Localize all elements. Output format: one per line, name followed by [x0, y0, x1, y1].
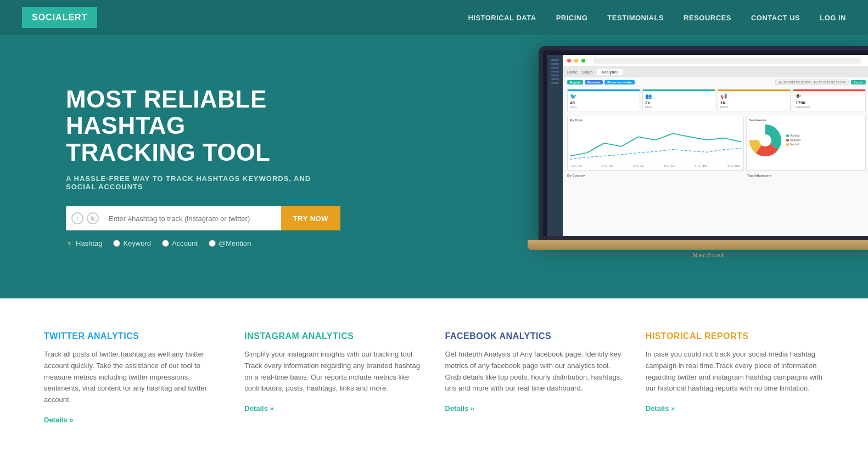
hero-title: MOST RELIABLE HASHTAG TRACKING TOOL	[66, 86, 340, 166]
dash-tab-analytics: Analytics	[597, 69, 623, 75]
export-btn-right: Export	[851, 80, 866, 84]
metric-impressions-label: Impressions	[796, 105, 863, 109]
feature-instagram-link[interactable]: Details »	[244, 404, 273, 413]
sidebar-item-4	[551, 71, 559, 72]
laptop-base	[528, 240, 868, 250]
svg-point-4	[754, 129, 776, 151]
feature-facebook-link[interactable]: Details »	[445, 404, 474, 413]
share-twitter-button: Share on twitter	[604, 80, 635, 84]
brand-logo[interactable]: SOCIALERT	[22, 7, 97, 28]
browser-close	[567, 59, 571, 63]
metric-users-label: Users	[645, 105, 713, 109]
users-icon: 👥	[645, 93, 713, 99]
bottom-row: By Country Top Influencers	[563, 174, 868, 177]
radio-group: Hashtag Keyword Account @Mention	[66, 239, 340, 247]
sidebar-item-2	[551, 63, 559, 65]
twitter-icon: 🐦	[570, 93, 637, 99]
export-button: Export	[567, 80, 583, 84]
sidebar-item-7	[551, 82, 559, 84]
metrics-grid: 🐦 45 Posts 👥 2k Users	[563, 87, 868, 114]
metric-users-number: 2k	[645, 100, 713, 105]
browser-maximize	[581, 59, 585, 63]
radio-hashtag[interactable]: Hashtag	[66, 239, 102, 247]
feature-facebook: FACEBOOK ANALYTICS Get Indepth Analysis …	[445, 331, 624, 425]
dashboard-tabs: Home Graph Analytics	[563, 67, 868, 77]
feature-historical-link[interactable]: Details »	[646, 404, 675, 413]
browser-topbar	[563, 55, 868, 67]
legend-negative: Negative	[786, 138, 801, 142]
metric-posts: 🐦 45 Posts	[567, 89, 640, 111]
feature-instagram-title: INSTAGRAM ANALYTICS	[244, 331, 423, 341]
feature-instagram-desc: Simplify your instagram insights with ou…	[244, 349, 423, 394]
search-bar: t ig TRY NOW	[66, 206, 340, 230]
try-now-button[interactable]: TRY NOW	[281, 206, 340, 230]
legend-negative-dot	[786, 139, 789, 142]
radio-mention[interactable]: @Mention	[209, 239, 251, 247]
feature-historical-title: HISTORICAL REPORTS	[646, 331, 824, 341]
laptop-brand-label: MacBook	[539, 252, 868, 258]
legend-neutral-dot	[786, 143, 789, 146]
pie-chart-svg	[749, 124, 782, 157]
feature-historical: HISTORICAL REPORTS In case you could not…	[646, 331, 824, 425]
nav-historical-data[interactable]: HISTORICAL DATA	[468, 14, 536, 22]
dash-action-bar: Export Retweet Share on twitter Jul 20 2…	[563, 77, 868, 87]
feature-historical-desc: In case you could not track your social …	[646, 349, 824, 394]
dashboard-mock: Home Graph Analytics Export Retweet Shar…	[547, 55, 868, 236]
radio-account[interactable]: Account	[162, 239, 198, 247]
search-icon-twitter: t	[71, 212, 83, 224]
feature-instagram: INSTAGRAM ANALYTICS Simplify your instag…	[244, 331, 423, 425]
metric-reach-number: 1k	[720, 100, 788, 105]
search-input[interactable]	[104, 214, 281, 223]
pie-chart-container: Positive Negative	[749, 124, 863, 157]
nav-pricing[interactable]: PRICING	[556, 14, 588, 22]
sidebar-item-6	[551, 78, 559, 80]
browser-minimize	[574, 59, 578, 63]
metric-impressions: 👁 175K Impressions	[793, 89, 866, 111]
by-country-label: By Country	[567, 174, 745, 177]
feature-twitter-desc: Track all posts of twitter hashtag as we…	[44, 349, 222, 406]
hero-subtitle: A HASSLE-FREE WAY TO TRACK HASHTAGS KEYW…	[66, 174, 340, 191]
sentiments-title: Sentiments	[749, 118, 863, 122]
nav-login[interactable]: LOG IN	[820, 14, 846, 22]
retweet-button: Retweet	[585, 80, 603, 84]
laptop-wrapper: Home Graph Analytics Export Retweet Shar…	[539, 46, 868, 258]
search-bar-icons: t ig	[66, 212, 104, 224]
feature-twitter: TWITTER ANALYTICS Track all posts of twi…	[44, 331, 222, 425]
dashboard-charts: By Days 21-6, 3M21-6, 6M22-6, 4M22-6, 9	[563, 114, 868, 173]
by-days-title: By Days	[570, 118, 741, 122]
radio-keyword[interactable]: Keyword	[113, 239, 151, 247]
hero-section: MOST RELIABLE HASHTAG TRACKING TOOL A HA…	[0, 35, 868, 298]
metric-users: 👥 2k Users	[642, 89, 715, 111]
feature-facebook-desc: Get Indepth Analysis of Any facebook pag…	[445, 349, 624, 394]
features-section: TWITTER ANALYTICS Track all posts of twi…	[0, 298, 868, 452]
date-range: Jul 20 2019 02:00 PM - Jul 27 2019 02:17…	[775, 80, 849, 85]
dash-tab-home: Home	[567, 70, 578, 74]
legend-positive-dot	[786, 134, 789, 137]
nav-links: HISTORICAL DATA PRICING TESTIMONIALS RES…	[468, 13, 846, 22]
dash-tab-graph: Graph	[582, 70, 592, 74]
sentiments-chart: Sentiments	[746, 116, 866, 171]
url-bar	[593, 58, 861, 64]
dashboard-main: Home Graph Analytics Export Retweet Shar…	[563, 55, 868, 236]
dashboard-mockup: Home Graph Analytics Export Retweet Shar…	[547, 55, 868, 236]
line-chart-svg	[570, 124, 741, 162]
nav-resources[interactable]: RESOURCES	[684, 14, 731, 22]
nav-contact-us[interactable]: CONTACT US	[751, 14, 800, 22]
reach-icon: 📢	[720, 93, 788, 99]
metric-reach: 📢 1k Reach	[718, 89, 791, 111]
feature-twitter-title: TWITTER ANALYTICS	[44, 331, 222, 341]
search-icon-instagram: ig	[87, 212, 99, 224]
by-days-chart: By Days 21-6, 3M21-6, 6M22-6, 4M22-6, 9	[567, 116, 744, 171]
pie-legend: Positive Negative	[786, 134, 801, 147]
dashboard-sidebar	[547, 55, 563, 236]
metric-impressions-number: 175K	[796, 100, 863, 105]
legend-positive: Positive	[786, 134, 801, 137]
metric-posts-number: 45	[570, 100, 637, 105]
feature-twitter-link[interactable]: Details »	[44, 416, 73, 424]
action-buttons: Export Retweet Share on twitter	[567, 80, 635, 84]
hero-text-block: MOST RELIABLE HASHTAG TRACKING TOOL A HA…	[66, 86, 340, 247]
metric-reach-label: Reach	[720, 105, 788, 109]
sidebar-item-3	[551, 67, 559, 69]
nav-testimonials[interactable]: TESTIMONIALS	[607, 14, 664, 22]
feature-facebook-title: FACEBOOK ANALYTICS	[445, 331, 624, 341]
